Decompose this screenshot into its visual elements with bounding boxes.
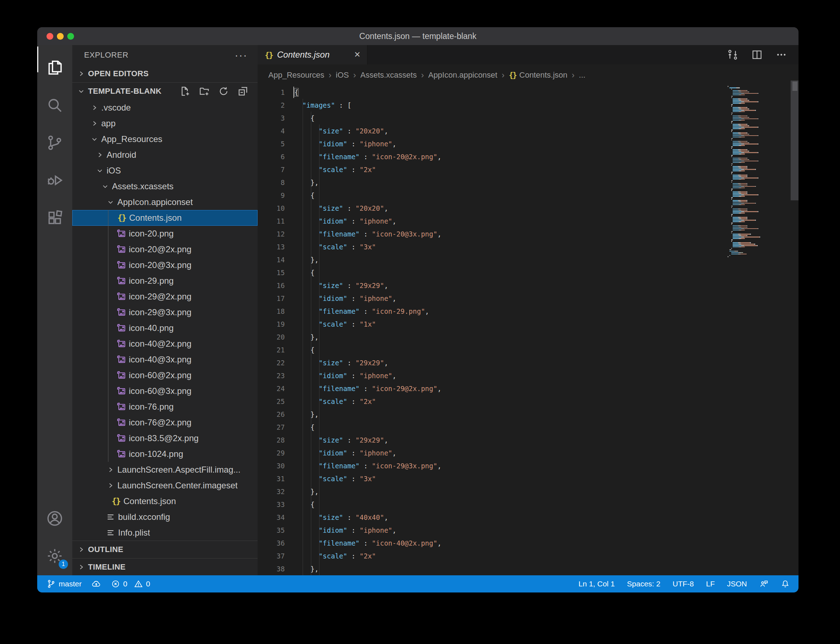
run-debug-icon[interactable] bbox=[37, 165, 72, 196]
tree-item-icon-20-2x.png[interactable]: icon-20@2x.png bbox=[72, 242, 258, 257]
code-line[interactable]: "filename" : "icon-29.png", bbox=[294, 305, 727, 318]
explorer-more-actions-icon[interactable]: ··· bbox=[235, 53, 248, 57]
breadcrumb-item-ios[interactable]: iOS bbox=[336, 71, 349, 80]
minimap[interactable] bbox=[728, 86, 791, 258]
code-line[interactable]: "idiom" : "iphone", bbox=[294, 292, 727, 305]
code-line[interactable]: "idiom" : "iphone", bbox=[294, 137, 727, 150]
tree-item-launchscreen.center.imageset[interactable]: LaunchScreen.Center.imageset bbox=[72, 478, 258, 493]
tree-item-contents.json[interactable]: {}Contents.json bbox=[72, 210, 258, 226]
code-line[interactable]: "scale" : "1x" bbox=[294, 318, 727, 330]
code-line[interactable]: { bbox=[294, 112, 727, 125]
feedback-icon[interactable] bbox=[759, 579, 768, 588]
code-line[interactable]: "images" : [ bbox=[294, 99, 727, 112]
code-line[interactable]: }, bbox=[294, 253, 727, 266]
tab-contents-json[interactable]: {} Contents.json ✕ bbox=[258, 45, 368, 64]
tree-item-icon-20.png[interactable]: icon-20.png bbox=[72, 226, 258, 242]
code-line[interactable]: "size" : "29x29", bbox=[294, 356, 727, 369]
status-cursor-position[interactable]: Ln 1, Col 1 bbox=[579, 580, 615, 588]
timeline-section[interactable]: TIMELINE bbox=[72, 558, 258, 576]
code-line[interactable]: "size" : "29x29", bbox=[294, 434, 727, 447]
tree-item-appicon.appiconset[interactable]: AppIcon.appiconset bbox=[72, 194, 258, 210]
account-icon[interactable] bbox=[37, 503, 72, 534]
search-icon[interactable] bbox=[37, 90, 72, 120]
code-line[interactable]: }, bbox=[294, 485, 727, 498]
tree-item-info.plist[interactable]: Info.plist bbox=[72, 525, 258, 540]
tree-item-launchscreen.aspectfill.imag...[interactable]: LaunchScreen.AspectFill.imag... bbox=[72, 462, 258, 478]
code-line[interactable]: { bbox=[294, 343, 727, 356]
git-branch-item[interactable]: master bbox=[46, 579, 82, 588]
problems-item[interactable]: 0 0 bbox=[111, 579, 150, 588]
code-line[interactable]: { bbox=[294, 498, 727, 511]
code-line[interactable]: "filename" : "icon-20@2x.png", bbox=[294, 150, 727, 163]
code-line[interactable]: "scale" : "2x" bbox=[294, 163, 727, 176]
settings-gear-icon[interactable]: 1 bbox=[37, 541, 72, 571]
tree-item-icon-76.png[interactable]: icon-76.png bbox=[72, 399, 258, 415]
notifications-bell-icon[interactable] bbox=[781, 579, 790, 588]
new-folder-icon[interactable] bbox=[197, 84, 211, 98]
code-line[interactable]: "filename" : "icon-29@3x.png", bbox=[294, 459, 727, 472]
code-line[interactable]: { bbox=[294, 189, 727, 202]
code-line[interactable]: "size" : "40x40", bbox=[294, 511, 727, 524]
tree-item-icon-29-2x.png[interactable]: icon-29@2x.png bbox=[72, 289, 258, 304]
code-line[interactable]: }, bbox=[294, 562, 727, 575]
project-section-header[interactable]: TEMPLATE-BLANK bbox=[72, 83, 258, 100]
tree-item-app-resources[interactable]: App_Resources bbox=[72, 131, 258, 147]
code-line[interactable]: "filename" : "icon-29@2x.png", bbox=[294, 382, 727, 395]
new-file-icon[interactable] bbox=[178, 84, 192, 98]
tree-item-icon-29.png[interactable]: icon-29.png bbox=[72, 273, 258, 289]
tree-item-icon-29-3x.png[interactable]: icon-29@3x.png bbox=[72, 304, 258, 320]
code-line[interactable]: }, bbox=[294, 408, 727, 421]
tree-item-android[interactable]: Android bbox=[72, 147, 258, 163]
breadcrumb-item-appicon.appiconset[interactable]: AppIcon.appiconset bbox=[428, 71, 497, 80]
tree-item-app[interactable]: app bbox=[72, 115, 258, 131]
extensions-icon[interactable] bbox=[37, 203, 72, 233]
vertical-scrollbar[interactable] bbox=[791, 64, 799, 575]
status-indentation[interactable]: Spaces: 2 bbox=[627, 580, 660, 588]
code-line[interactable]: "scale" : "2x" bbox=[294, 395, 727, 408]
status-language-mode[interactable]: JSON bbox=[727, 580, 747, 588]
status-encoding[interactable]: UTF-8 bbox=[673, 580, 694, 588]
code-line[interactable]: { bbox=[294, 421, 727, 434]
close-tab-icon[interactable]: ✕ bbox=[354, 50, 361, 59]
code-line[interactable]: "idiom" : "iphone", bbox=[294, 447, 727, 459]
breadcrumb-item-assets.xcassets[interactable]: Assets.xcassets bbox=[360, 71, 417, 80]
code-line[interactable]: { bbox=[294, 86, 727, 99]
more-actions-icon[interactable] bbox=[774, 48, 789, 62]
breadcrumb-item-app-resources[interactable]: App_Resources bbox=[268, 71, 325, 80]
scrollbar-slider[interactable] bbox=[791, 80, 799, 200]
status-eol[interactable]: LF bbox=[706, 580, 715, 588]
explorer-icon[interactable] bbox=[37, 53, 72, 83]
tree-item-icon-60-2x.png[interactable]: icon-60@2x.png bbox=[72, 368, 258, 383]
breadcrumb-item-...[interactable]: ... bbox=[579, 71, 585, 80]
code-line[interactable]: "filename" : "icon-40@2x.png", bbox=[294, 537, 727, 550]
tree-item-icon-40.png[interactable]: icon-40.png bbox=[72, 320, 258, 336]
code-line[interactable]: }, bbox=[294, 176, 727, 189]
code-line[interactable]: }, bbox=[294, 330, 727, 343]
code-line[interactable]: { bbox=[294, 266, 727, 279]
code-line[interactable]: "idiom" : "iphone", bbox=[294, 215, 727, 228]
code-line[interactable]: "filename" : "icon-20@3x.png", bbox=[294, 228, 727, 240]
tree-item-icon-1024.png[interactable]: icon-1024.png bbox=[72, 446, 258, 462]
tree-item-icon-60-3x.png[interactable]: icon-60@3x.png bbox=[72, 383, 258, 399]
open-editors-section[interactable]: OPEN EDITORS bbox=[72, 65, 258, 83]
source-control-icon[interactable] bbox=[37, 128, 72, 158]
tree-item-icon-20-3x.png[interactable]: icon-20@3x.png bbox=[72, 257, 258, 273]
code-line[interactable]: "size" : "20x20", bbox=[294, 202, 727, 215]
outline-section[interactable]: OUTLINE bbox=[72, 540, 258, 558]
tree-item-icon-76-2x.png[interactable]: icon-76@2x.png bbox=[72, 415, 258, 430]
split-editor-icon[interactable] bbox=[750, 48, 764, 62]
code-line[interactable]: "size" : "20x20", bbox=[294, 125, 727, 137]
refresh-icon[interactable] bbox=[217, 84, 230, 98]
tree-item-build.xcconfig[interactable]: build.xcconfig bbox=[72, 509, 258, 525]
tree-item-icon-40-3x.png[interactable]: icon-40@3x.png bbox=[72, 352, 258, 368]
tree-item-ios[interactable]: iOS bbox=[72, 163, 258, 179]
code-line[interactable]: "scale" : "2x" bbox=[294, 550, 727, 562]
breadcrumb-item-contents.json[interactable]: {}Contents.json bbox=[509, 71, 568, 80]
tree-item-.vscode[interactable]: .vscode bbox=[72, 100, 258, 115]
code-line[interactable]: "idiom" : "iphone", bbox=[294, 524, 727, 537]
tree-item-icon-40-2x.png[interactable]: icon-40@2x.png bbox=[72, 336, 258, 352]
tree-item-icon-83.5-2x.png[interactable]: icon-83.5@2x.png bbox=[72, 430, 258, 446]
sync-changes-item[interactable] bbox=[92, 579, 101, 588]
code-line[interactable]: "idiom" : "iphone", bbox=[294, 369, 727, 382]
code-line[interactable]: "scale" : "3x" bbox=[294, 472, 727, 485]
